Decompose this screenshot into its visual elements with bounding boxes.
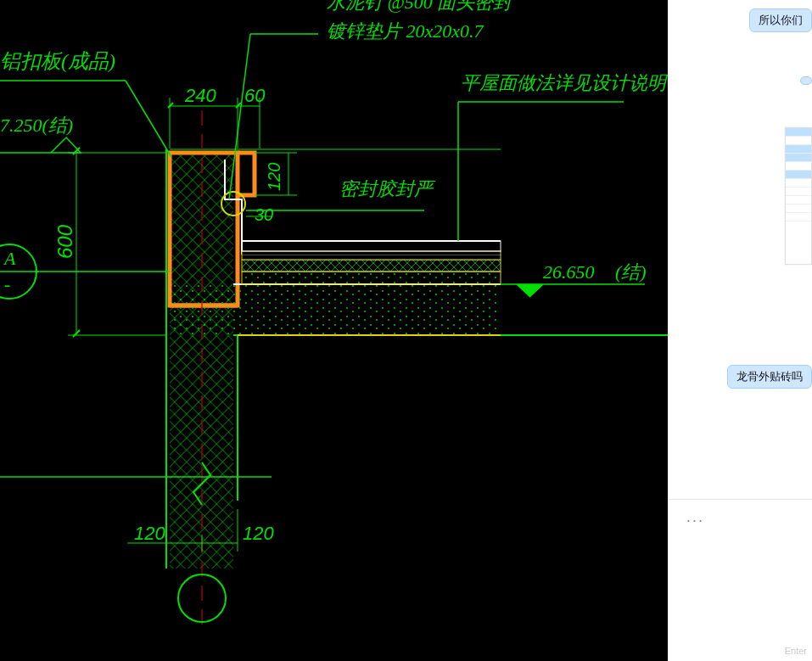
svg-text:120: 120 — [265, 163, 283, 191]
elev-mark-left — [0, 137, 81, 153]
parapet-top-step — [238, 153, 255, 195]
layer-screed — [242, 272, 501, 284]
more-icon[interactable]: ··· — [686, 512, 704, 529]
layer-insulation — [242, 260, 501, 272]
bubble-letter: A — [3, 248, 16, 269]
svg-line-29 — [126, 81, 171, 157]
input-hint: Enter — [785, 646, 807, 656]
bubble-dash: - — [4, 273, 10, 294]
svg-text:120: 120 — [243, 523, 274, 544]
label-flatroof: 平屋面做法详见设计说明 — [461, 72, 668, 93]
chat-panel: 所以你们 龙骨外贴砖吗 ··· Enter — [668, 0, 812, 661]
svg-text:240: 240 — [184, 85, 216, 106]
label-top2: 镀锌垫片 20x20x0.7 — [327, 20, 484, 42]
chat-messages[interactable]: 所以你们 龙骨外贴砖吗 — [668, 0, 812, 499]
svg-text:120: 120 — [134, 523, 165, 544]
chat-image-thumb[interactable] — [785, 127, 812, 265]
dim-600: 600 — [53, 148, 166, 337]
label-buckle: 铝扣板(成品) — [0, 50, 115, 72]
cad-viewport[interactable]: A - 240 60 120 600 — [0, 0, 668, 661]
chat-msg-3[interactable]: 龙骨外贴砖吗 — [727, 365, 812, 389]
svg-text:600: 600 — [53, 224, 76, 259]
label-elev-left: 7.250(结) — [0, 115, 73, 136]
dim-60: 60 — [238, 85, 266, 148]
layer-waterproof-tex — [242, 251, 501, 260]
label-sealant: 密封胶封严 — [339, 178, 436, 199]
svg-text:60: 60 — [244, 85, 266, 106]
layer-protection — [242, 241, 501, 251]
chat-msg-1[interactable]: 所以你们 — [749, 8, 812, 32]
label-elev-right-b: (结) — [615, 261, 647, 283]
svg-text:30: 30 — [255, 205, 273, 224]
dim-240: 240 — [168, 85, 241, 148]
label-elev-right-a: 26.650 — [543, 261, 595, 283]
chat-input-area[interactable]: ··· Enter — [668, 499, 812, 661]
chat-msg-2[interactable] — [800, 76, 812, 85]
dim-120-top: 120 — [255, 153, 297, 195]
label-top1: 水泥钉 @500 面头密封 — [327, 0, 514, 13]
slab-concrete — [233, 284, 501, 335]
dim-30: 30 — [246, 205, 273, 224]
